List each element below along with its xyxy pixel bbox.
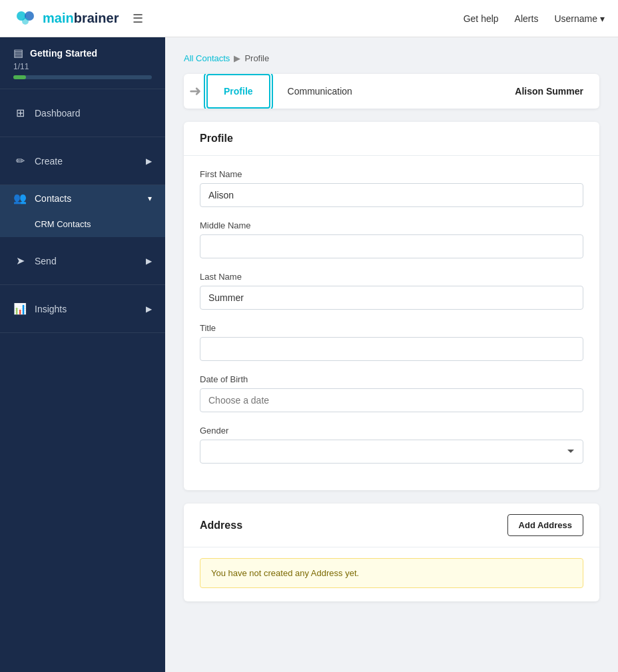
address-card-header: Address Add Address [184,504,599,547]
getting-started-section: ▤ Getting Started 1/11 [0,37,165,89]
sidebar-item-label: Dashboard [35,108,81,119]
sidebar-item-send[interactable]: ➤ Send ▶ [0,248,165,274]
first-name-label: First Name [200,169,583,179]
topnav-right: Get help Alerts Username ▾ [464,13,605,24]
dob-label: Date of Birth [200,374,583,384]
mainbrainer-logo-icon [13,7,37,31]
tab-communication[interactable]: Communication [270,74,370,109]
gender-label: Gender [200,426,583,436]
tab-profile-label: Profile [224,86,253,97]
last-name-input[interactable] [200,286,583,310]
first-name-field: First Name [200,169,583,207]
contact-name: Alison Summer [499,75,599,107]
sidebar-item-contacts[interactable]: 👥 Contacts ▾ [0,185,165,211]
username-button[interactable]: Username ▾ [554,13,605,24]
logo-area: mainbrainer ☰ [13,7,464,31]
profile-card-body: First Name Middle Name Last Name Title [184,156,599,490]
profile-card-header: Profile [184,122,599,156]
last-name-label: Last Name [200,272,583,282]
sidebar-sub-item-crm-contacts[interactable]: CRM Contacts [0,214,165,234]
first-name-input[interactable] [200,183,583,207]
sidebar: ▤ Getting Started 1/11 ⊞ Dashboard ✏ Cre… [0,37,165,672]
middle-name-input[interactable] [200,234,583,258]
title-input[interactable] [200,337,583,361]
tab-arrow-area: ➜ [184,83,206,100]
dob-input[interactable] [200,388,583,412]
tab-arrow-icon: ➜ [189,83,201,100]
middle-name-field: Middle Name [200,220,583,258]
gender-select[interactable]: Male Female Other Prefer not to say [200,440,583,464]
alerts-link[interactable]: Alerts [515,13,539,24]
middle-name-label: Middle Name [200,220,583,230]
tab-communication-label: Communication [288,86,352,97]
dashboard-icon: ⊞ [13,107,27,119]
title-field: Title [200,323,583,361]
get-help-link[interactable]: Get help [464,13,499,24]
insights-icon: 📊 [13,302,27,315]
last-name-field: Last Name [200,272,583,310]
send-icon: ➤ [13,254,27,267]
gender-field: Gender Male Female Other Prefer not to s… [200,426,583,464]
tab-bar: ➜ Profile Communication Alison Summer [184,74,599,109]
chevron-down-icon: ▾ [148,194,152,203]
tab-profile[interactable]: Profile [206,74,270,109]
chevron-right-icon: ▶ [146,157,152,166]
logo-text: mainbrainer [43,11,119,26]
breadcrumb: All Contacts ▶ Profile [184,53,599,63]
profile-card: Profile First Name Middle Name Last Name [184,122,599,490]
getting-started-progress-fill [13,75,26,79]
address-empty-notice: You have not created any Address yet. [200,558,583,588]
all-contacts-link[interactable]: All Contacts [184,53,230,63]
add-address-button[interactable]: Add Address [507,514,583,536]
breadcrumb-separator: ▶ [234,53,240,63]
hamburger-icon[interactable]: ☰ [133,11,143,26]
sidebar-item-label: Create [35,156,63,167]
title-label: Title [200,323,583,333]
sidebar-item-label: Insights [35,304,67,314]
main-content: All Contacts ▶ Profile ➜ Profile Communi… [165,37,618,672]
sidebar-item-create[interactable]: ✏ Create ▶ [0,148,165,174]
sidebar-item-dashboard[interactable]: ⊞ Dashboard [0,100,165,126]
getting-started-progress-text: 1/11 [13,62,152,71]
sidebar-item-label: Send [35,256,57,266]
chevron-right-icon: ▶ [146,304,152,314]
address-card: Address Add Address You have not created… [184,504,599,601]
top-navigation: mainbrainer ☰ Get help Alerts Username ▾ [0,0,618,37]
breadcrumb-current: Profile [244,53,269,63]
chevron-down-icon: ▾ [600,13,605,24]
svg-point-2 [22,18,29,25]
getting-started-icon: ▤ [13,47,23,59]
getting-started-label: ▤ Getting Started [13,47,152,59]
contacts-icon: 👥 [13,192,27,204]
chevron-right-icon: ▶ [146,256,152,266]
main-layout: ▤ Getting Started 1/11 ⊞ Dashboard ✏ Cre… [0,37,618,672]
profile-section-title: Profile [200,133,233,145]
address-section-title: Address [200,519,242,531]
dob-field: Date of Birth [200,374,583,412]
sidebar-item-label: Contacts [35,193,71,204]
create-icon: ✏ [13,155,27,167]
getting-started-progress-bar [13,75,152,79]
getting-started-title: Getting Started [30,48,97,59]
contacts-submenu: CRM Contacts [0,211,165,237]
sidebar-item-insights[interactable]: 📊 Insights ▶ [0,296,165,322]
